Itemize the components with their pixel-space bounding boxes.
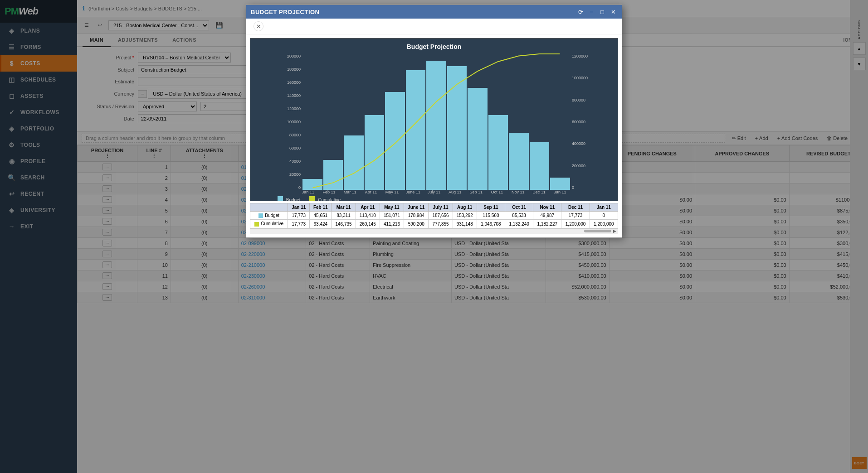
chart-y-axis-left: 2000001800001600001400001200001000008000…: [278, 54, 302, 190]
modal-cell: 931,148: [453, 220, 477, 228]
x-label: July 11: [424, 190, 444, 194]
legend-cumulative-label: Cumulative: [318, 198, 341, 201]
modal-cell: 1,200,000: [561, 220, 590, 228]
modal-data-table: Jan 11Feb 11Mar 11Apr 11May 11June 11Jul…: [250, 203, 618, 228]
legend-budget: Budget: [278, 196, 300, 201]
modal-refresh-button[interactable]: ⟳: [576, 8, 585, 16]
modal-close-button[interactable]: ✕: [609, 8, 617, 16]
modal-cell: 63,424: [310, 220, 332, 228]
modal-cell: 17,773: [561, 212, 590, 220]
modal-cell: 146,735: [332, 220, 356, 228]
modal-cell: 411,216: [380, 220, 404, 228]
chart-container: Budget Projection 2000001800001600001400…: [250, 38, 618, 201]
modal-title: BUDGET PROJECTION: [251, 9, 320, 15]
modal-cell: 187,656: [429, 212, 453, 220]
y-label-left: 40000: [289, 159, 301, 164]
y-label-left: 200000: [287, 54, 301, 58]
y-label-right: 200000: [572, 164, 585, 168]
y-label-right: 400000: [572, 141, 585, 146]
modal-controls: ⟳ − □ ✕: [576, 8, 617, 16]
modal-cell: 590,200: [404, 220, 429, 228]
modal-titlebar: BUDGET PROJECTION ⟳ − □ ✕: [246, 5, 622, 19]
cumulative-line: [302, 54, 570, 190]
y-label-right: 800000: [572, 98, 585, 102]
x-label: June 11: [403, 190, 423, 194]
x-label: Sep 11: [466, 190, 486, 194]
modal-cell: 113,410: [356, 212, 380, 220]
y-label-left: 100000: [287, 120, 301, 124]
modal-table-wrap: Jan 11Feb 11Mar 11Apr 11May 11June 11Jul…: [250, 203, 618, 228]
chart-y-axis-right: 120000010000008000006000004000002000000: [570, 54, 595, 190]
x-label: May 11: [382, 190, 402, 194]
x-label: Mar 11: [340, 190, 360, 194]
modal-col-header: Feb 11: [310, 203, 332, 212]
x-label: Aug 11: [445, 190, 465, 194]
y-label-left: 20000: [289, 172, 301, 177]
modal-cell: 1,046,708: [477, 220, 505, 228]
modal-content: Budget Projection 2000001800001600001400…: [246, 34, 622, 237]
modal-cell: 151,071: [380, 212, 404, 220]
modal-cell: 85,533: [505, 212, 533, 220]
legend-cumulative: Cumulative: [309, 196, 341, 201]
y-label-right: 1200000: [572, 54, 588, 58]
chart-x-labels: Jan 11Feb 11Mar 11Apr 11May 11June 11Jul…: [298, 190, 570, 194]
x-label: Jan 11: [550, 190, 570, 194]
chart-title: Budget Projection: [250, 39, 618, 50]
modal-table-row: Budget17,77345,65183,311113,410151,07117…: [250, 212, 618, 220]
modal-col-header: Sep 11: [477, 203, 505, 212]
modal-cell: 1,200,000: [590, 220, 618, 228]
modal-row-label: Budget: [250, 212, 288, 220]
x-label: Nov 11: [508, 190, 528, 194]
x-label: Feb 11: [319, 190, 339, 194]
modal-col-header: July 11: [429, 203, 453, 212]
modal-minimize-button[interactable]: −: [587, 8, 595, 16]
y-label-left: 0: [298, 185, 301, 190]
modal-col-header: Oct 11: [505, 203, 533, 212]
y-label-right: 1000000: [572, 76, 588, 80]
x-label: Jan 11: [298, 190, 318, 194]
modal-cell: 178,984: [404, 212, 429, 220]
modal-scrollbar[interactable]: ▶: [250, 228, 618, 234]
y-label-right: 600000: [572, 120, 585, 124]
y-label-left: 120000: [287, 106, 301, 111]
y-label-left: 140000: [287, 93, 301, 98]
modal-col-header: Jan 11: [590, 203, 618, 212]
modal-cell: 17,773: [288, 212, 310, 220]
chart-legend: Budget Cumulative: [250, 194, 618, 201]
x-label: Dec 11: [529, 190, 549, 194]
modal-maximize-button[interactable]: □: [598, 8, 606, 16]
modal-cell: 45,651: [310, 212, 332, 220]
modal-cell: 83,311: [332, 212, 356, 220]
cumulative-polyline: [313, 54, 560, 188]
modal-x-button[interactable]: ✕: [254, 21, 263, 31]
modal-col-header: Mar 11: [332, 203, 356, 212]
scroll-arrow-right[interactable]: ▶: [613, 229, 616, 233]
row-legend-color: [254, 222, 259, 227]
budget-projection-modal: BUDGET PROJECTION ⟳ − □ ✕ ✕ Budget Proje…: [246, 5, 622, 238]
y-label-left: 80000: [289, 133, 301, 137]
modal-cell: 1,182,227: [533, 220, 561, 228]
modal-cell: 115,560: [477, 212, 505, 220]
modal-cell: 777,855: [429, 220, 453, 228]
modal-cell: 260,145: [356, 220, 380, 228]
modal-col-header: June 11: [404, 203, 429, 212]
scrollbar-thumb: [584, 230, 611, 232]
modal-overlay: BUDGET PROJECTION ⟳ − □ ✕ ✕ Budget Proje…: [0, 0, 868, 473]
y-label-right: 0: [572, 185, 574, 190]
x-label: Apr 11: [361, 190, 381, 194]
row-legend-color: [258, 213, 263, 218]
modal-cell: 153,292: [453, 212, 477, 220]
legend-cumulative-color: [309, 196, 315, 201]
modal-col-header: [250, 203, 288, 212]
modal-row-label: Cumulative: [250, 220, 288, 228]
legend-budget-label: Budget: [286, 198, 301, 201]
modal-col-header: Apr 11: [356, 203, 380, 212]
legend-budget-color: [278, 196, 283, 201]
modal-cell: 17,773: [288, 220, 310, 228]
modal-cell: 1,132,240: [505, 220, 533, 228]
y-label-left: 60000: [289, 146, 301, 150]
modal-cell: 0: [590, 212, 618, 220]
modal-col-header: Aug 11: [453, 203, 477, 212]
modal-col-header: May 11: [380, 203, 404, 212]
y-label-left: 180000: [287, 67, 301, 72]
